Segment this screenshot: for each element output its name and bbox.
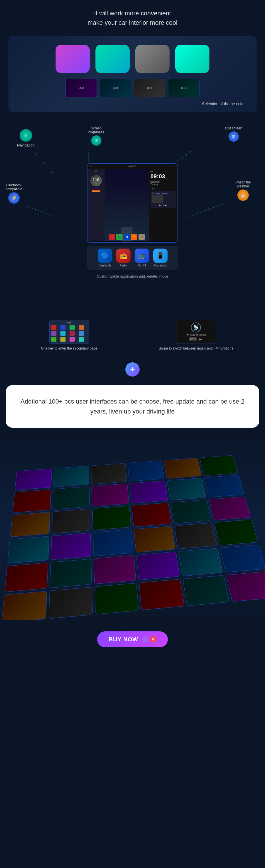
gallery-item — [136, 552, 180, 580]
gallery-item — [139, 579, 184, 610]
gallery-item — [174, 523, 217, 549]
bluetooth-dock-icon[interactable]: 🔵 — [98, 249, 112, 263]
dock-phonelink[interactable]: 📱 PhoneLink — [153, 249, 167, 267]
gallery-item — [49, 587, 93, 619]
gallery-item — [95, 583, 139, 615]
weather-icon: ☁ — [237, 189, 249, 201]
gallery-item — [92, 506, 131, 530]
gallery-item — [129, 480, 168, 503]
buy-section: BUY NOW 🛒 0 — [0, 620, 265, 661]
buy-now-button[interactable]: BUY NOW 🛒 0 — [97, 631, 167, 647]
app-dock: 🔵 Bluetooth 📻 Radio 📺 AV_IN 📱 PhoneLink — [87, 246, 178, 270]
gallery-item — [94, 555, 136, 584]
swatch-purple[interactable] — [56, 45, 90, 73]
theme-section: 16:48 16:41 16:41 16:40 Selection of the… — [8, 36, 257, 112]
swatch-teal[interactable] — [96, 45, 130, 73]
split-icon: ⊞ — [229, 131, 239, 142]
phonelink-dock-icon[interactable]: 📱 — [153, 249, 167, 263]
gallery-item — [127, 460, 164, 482]
buy-now-label: BUY NOW — [109, 636, 138, 643]
device-right-panel: AM 09:03 DecemberTuesday 15°C Hi-Fi Musi… — [149, 169, 178, 242]
dock-bluetooth[interactable]: 🔵 Bluetooth — [98, 249, 112, 267]
header-line2: make your car interior more cool — [87, 19, 177, 26]
gallery-item — [15, 469, 52, 491]
navigation-icon: ✈ — [20, 129, 32, 142]
theme-label: Selection of theme color — [17, 101, 248, 106]
band-button[interactable]: BAND — [189, 337, 197, 341]
gallery-item — [220, 544, 265, 572]
secondary-fm-item: 📡 FM 87.50 MHz MHz BAND ⏭ Swipe to switc… — [135, 320, 257, 351]
gallery-item — [52, 487, 90, 510]
promo-text: Addtional 100+ pcs user interfaces can b… — [17, 397, 248, 416]
device-main: ♪ 📞 N ↗ 📻 — [105, 169, 149, 242]
radio-dock-icon[interactable]: 📻 — [116, 249, 131, 263]
fm-freq: FM 87.50 MHz MHz — [186, 334, 206, 336]
secondary-screen-right: 📡 FM 87.50 MHz MHz BAND ⏭ — [176, 320, 216, 344]
gallery-item — [5, 562, 48, 592]
gallery-item — [12, 490, 51, 513]
theme-screen-purple[interactable]: 16:48 — [65, 79, 97, 97]
gallery-item — [164, 458, 202, 479]
device-left-panel: ⚙ 110 km/h — [87, 169, 105, 242]
bluetooth-feature: Bluetooth-compatible ⚡ — [6, 183, 22, 205]
brightness-feature: Screenbrightness ☀ — [88, 126, 104, 147]
screen-time-3: 16:41 — [134, 79, 165, 97]
header-text: It will work more convenient make your c… — [6, 8, 259, 27]
gallery-item — [226, 571, 265, 602]
swatch-cyan[interactable] — [175, 45, 209, 73]
secondary-right-label: Swipe to switch between music and FM fun… — [135, 346, 257, 351]
gallery-item — [214, 520, 258, 546]
theme-screen-gray[interactable]: 16:41 — [134, 79, 165, 97]
device-mockup: ⌂ ● 09:03 ↩ ⚙ 110 km/h — [6, 163, 259, 278]
screen-time-4: 16:40 — [168, 79, 199, 97]
gallery-item — [91, 484, 129, 506]
theme-screen-teal[interactable]: 16:41 — [100, 79, 131, 97]
customizable-text: Customizable application add, delete, mo… — [97, 274, 168, 278]
header-section: It will work more convenient make your c… — [0, 0, 265, 33]
av-dock-icon[interactable]: 📺 — [135, 249, 149, 263]
secondary-screen-left: apps — [49, 320, 89, 344]
features-diagram: ✈ Navigation Screenbrightness ☀ split sc… — [0, 121, 265, 314]
dock-av[interactable]: 📺 AV_IN — [135, 249, 149, 267]
promo-card: Addtional 100+ pcs user interfaces can b… — [6, 385, 259, 428]
speed-display: 110 km/h — [90, 175, 102, 186]
dock-radio[interactable]: 📻 Radio — [116, 249, 131, 267]
gallery-item — [183, 575, 230, 606]
swatch-gray[interactable] — [135, 45, 169, 73]
gallery-item — [93, 529, 134, 556]
gallery-item — [10, 512, 50, 537]
theme-screen-cyan[interactable]: 16:40 — [168, 79, 200, 97]
bluetooth-icon: ⚡ — [8, 192, 20, 204]
gallery-item — [167, 478, 206, 500]
secondary-left-label: One key to enter the secondary page — [8, 346, 130, 351]
gallery-item — [53, 466, 89, 488]
screen-time-1: 16:48 — [66, 79, 97, 97]
plus-divider: + — [0, 356, 265, 382]
fm-display: 📡 FM 87.50 MHz MHz BAND ⏭ — [176, 320, 216, 344]
next-button[interactable]: ⏭ — [199, 337, 203, 341]
gallery-item — [134, 526, 176, 553]
secondary-page-item: apps One key to — [8, 320, 130, 351]
gallery-item — [200, 455, 238, 476]
gallery-item — [204, 475, 244, 497]
gallery-section — [0, 436, 265, 620]
gallery-item — [178, 548, 223, 577]
ui-gallery-grid — [0, 451, 265, 620]
gallery-item — [91, 463, 127, 485]
secondary-features: apps One key to — [0, 314, 265, 356]
device-screen: ⌂ ● 09:03 ↩ ⚙ 110 km/h — [87, 163, 178, 243]
theme-swatches — [17, 45, 248, 73]
split-screen-feature: split screen ⊞ — [225, 126, 242, 143]
navigation-feature: ✈ Navigation — [17, 129, 34, 147]
plus-icon: + — [125, 362, 140, 377]
header-line1: It will work more convenient — [94, 10, 171, 17]
weather-feature: Check theweather ☁ — [235, 180, 251, 202]
gallery-item — [51, 533, 91, 560]
status-bar: ⌂ ● 09:03 ↩ — [87, 164, 178, 169]
gallery-item — [170, 499, 211, 524]
music-panel: Hi-Fi Music Playback ⏮ ⏸ ⏭ — [151, 191, 176, 208]
brightness-icon: ☀ — [91, 135, 101, 146]
theme-screens: 16:48 16:41 16:41 16:40 — [17, 79, 248, 97]
gallery-item — [209, 497, 251, 521]
gallery-item — [50, 559, 92, 588]
